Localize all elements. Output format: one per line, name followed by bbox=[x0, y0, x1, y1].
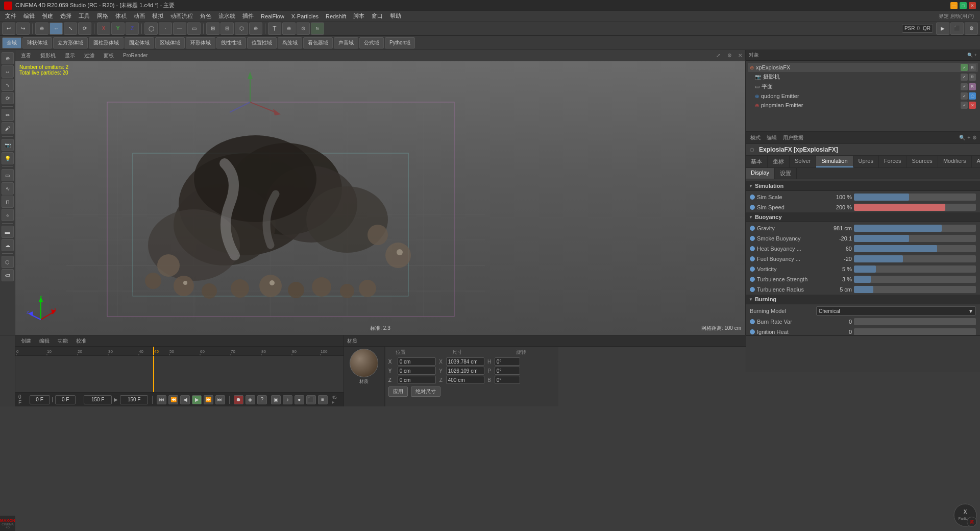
move-button[interactable]: ↔ bbox=[50, 22, 63, 35]
turbulence-strength-radio[interactable] bbox=[750, 277, 755, 282]
plane-render[interactable]: R bbox=[969, 83, 976, 90]
edge-mode-button[interactable]: — bbox=[173, 22, 186, 35]
props-mode-btn[interactable]: 模式 bbox=[749, 134, 762, 142]
vt-display[interactable]: 显示 bbox=[62, 52, 78, 60]
end-frame-input[interactable] bbox=[84, 395, 112, 404]
heat-buoyancy-radio[interactable] bbox=[750, 246, 755, 251]
sim-scale-radio[interactable] bbox=[750, 195, 755, 200]
menu-pipeline[interactable]: 流水线 bbox=[215, 11, 238, 21]
reset-btn[interactable]: 绝对尺寸 bbox=[411, 387, 440, 397]
sim-scale-slider[interactable] bbox=[854, 194, 976, 201]
menu-plugin[interactable]: 插件 bbox=[239, 11, 257, 21]
sound-button[interactable]: ♪ bbox=[283, 395, 292, 404]
menu-xparticles[interactable]: X-Particles bbox=[288, 12, 322, 20]
qudong-render[interactable]: ⬡ bbox=[969, 92, 976, 100]
poly-mode-button[interactable]: ▭ bbox=[187, 22, 201, 35]
tab-simulation[interactable]: Simulation bbox=[816, 156, 853, 167]
menu-file[interactable]: 文件 bbox=[2, 11, 19, 21]
go-first-button[interactable]: ⏮ bbox=[157, 395, 166, 404]
plane-visible[interactable]: ✓ bbox=[961, 83, 968, 90]
scene-add-icon[interactable]: + bbox=[974, 53, 977, 58]
lt-pen[interactable]: ✏ bbox=[2, 109, 14, 121]
timeline-extra-button[interactable]: ≡ bbox=[318, 395, 328, 404]
y-pos-input[interactable] bbox=[398, 367, 436, 375]
menu-script[interactable]: 脚本 bbox=[350, 11, 368, 21]
menu-redshift[interactable]: Redshift bbox=[323, 12, 349, 20]
tab-modifiers[interactable]: Modifiers bbox=[938, 156, 972, 167]
object-mode-button[interactable]: ◯ bbox=[144, 22, 158, 35]
lt-select[interactable]: ⊕ bbox=[2, 52, 14, 64]
go-prev-button[interactable]: ⏪ bbox=[168, 395, 178, 404]
props-userdata-btn[interactable]: 用户数据 bbox=[781, 134, 805, 142]
x-size-input[interactable] bbox=[446, 357, 484, 366]
props-edit-btn[interactable]: 编辑 bbox=[765, 134, 778, 142]
y-axis-button[interactable]: Y bbox=[111, 22, 125, 35]
p-rot-input[interactable] bbox=[495, 367, 520, 375]
viewport-close[interactable]: ✕ bbox=[738, 53, 742, 58]
fuel-buoyancy-slider[interactable] bbox=[854, 255, 976, 262]
lt-nurbs[interactable]: ⊓ bbox=[2, 196, 14, 208]
scene-obj-qudong[interactable]: ⊕ qudong Emitter ✓ ⬡ bbox=[748, 91, 978, 101]
turbulence-radius-slider[interactable] bbox=[854, 286, 976, 293]
lt-spline[interactable]: ∿ bbox=[2, 182, 14, 195]
redo-button[interactable]: ↪ bbox=[16, 22, 30, 35]
menu-sim[interactable]: 模拟 bbox=[149, 11, 166, 21]
vorticity-slider[interactable] bbox=[854, 266, 976, 273]
tb-btn-8[interactable]: ⊕ bbox=[249, 22, 262, 35]
menu-mograph[interactable]: 动画流程 bbox=[167, 11, 196, 21]
mode-btn-cylinder[interactable]: 圆柱形体域 bbox=[89, 37, 124, 49]
viewport-settings[interactable]: ⚙ bbox=[727, 53, 732, 58]
ignition-heat-slider[interactable] bbox=[854, 328, 976, 335]
sim-speed-slider[interactable] bbox=[854, 204, 976, 211]
point-mode-button[interactable]: · bbox=[159, 22, 172, 35]
scale-button[interactable]: ⤡ bbox=[64, 22, 77, 35]
tb-btn-5[interactable]: ⊞ bbox=[206, 22, 219, 35]
play-button[interactable]: ▶ bbox=[192, 395, 202, 404]
mode-btn-position[interactable]: 位置性域 bbox=[247, 37, 277, 49]
mode-btn-global[interactable]: 全域 bbox=[2, 37, 21, 49]
lt-light[interactable]: 💡 bbox=[2, 152, 14, 164]
rotate-button[interactable]: ⟳ bbox=[78, 22, 91, 35]
menu-character[interactable]: 角色 bbox=[197, 11, 214, 21]
btb-function[interactable]: 功能 bbox=[55, 337, 70, 345]
menu-realflow[interactable]: RealFlow bbox=[258, 12, 287, 20]
viewport-expand[interactable]: ⤢ bbox=[716, 53, 720, 58]
lt-floor[interactable]: ▬ bbox=[2, 226, 14, 238]
record-button[interactable]: ⏺ bbox=[234, 395, 243, 404]
vt-view[interactable]: 查看 bbox=[18, 52, 34, 60]
vt-filter[interactable]: 过滤 bbox=[82, 52, 97, 60]
btb-create[interactable]: 创建 bbox=[18, 337, 34, 345]
render-preview-button[interactable]: ▶ bbox=[936, 22, 949, 35]
start-frame-input[interactable] bbox=[30, 395, 50, 404]
menu-create[interactable]: 创建 bbox=[39, 11, 56, 21]
mode-btn-cube[interactable]: 立方形体域 bbox=[53, 37, 88, 49]
timeline-tracks[interactable] bbox=[15, 356, 344, 392]
burn-rate-var-slider[interactable] bbox=[854, 318, 976, 325]
menu-tools[interactable]: 工具 bbox=[76, 11, 93, 21]
mode-btn-python[interactable]: Python域 bbox=[385, 37, 415, 49]
lt-tag[interactable]: 🏷 bbox=[2, 269, 14, 281]
close-button[interactable]: ✕ bbox=[969, 2, 976, 9]
gravity-slider[interactable] bbox=[854, 225, 976, 232]
section-buoyancy[interactable]: ▼ Buoyancy bbox=[746, 212, 980, 222]
menu-window[interactable]: 窗口 bbox=[369, 11, 386, 21]
btb-calibrate[interactable]: 校准 bbox=[74, 337, 89, 345]
menu-anim[interactable]: 动画 bbox=[131, 11, 148, 21]
current-frame-input[interactable] bbox=[55, 395, 76, 404]
turbulence-radius-radio[interactable] bbox=[750, 287, 755, 292]
mode-btn-sound[interactable]: 声音域 bbox=[334, 37, 358, 49]
section-burning[interactable]: ▼ Burning bbox=[746, 295, 980, 304]
pingmian-visible[interactable]: ✓ bbox=[961, 102, 968, 109]
menu-help[interactable]: 帮助 bbox=[387, 11, 404, 21]
mode-btn-region[interactable]: 区域体域 bbox=[155, 37, 185, 49]
lt-sky[interactable]: ☁ bbox=[2, 239, 14, 251]
record-all-button[interactable]: ● bbox=[295, 395, 304, 404]
scene-search-icon[interactable]: 🔍 bbox=[967, 53, 973, 58]
mode-btn-cage[interactable]: 鸟笼域 bbox=[278, 37, 302, 49]
tab-solver[interactable]: Solver bbox=[790, 156, 816, 167]
z-axis-button[interactable]: Z bbox=[126, 22, 139, 35]
scene-obj-xpexplosiafx[interactable]: ⊕ xpExplosiaFX ✓ R bbox=[748, 63, 978, 72]
mode-btn-shader[interactable]: 看色器域 bbox=[303, 37, 333, 49]
viewport[interactable]: Y X Z Number of emitters: 2 Total live p… bbox=[15, 61, 745, 335]
h-rot-input[interactable] bbox=[495, 357, 520, 366]
